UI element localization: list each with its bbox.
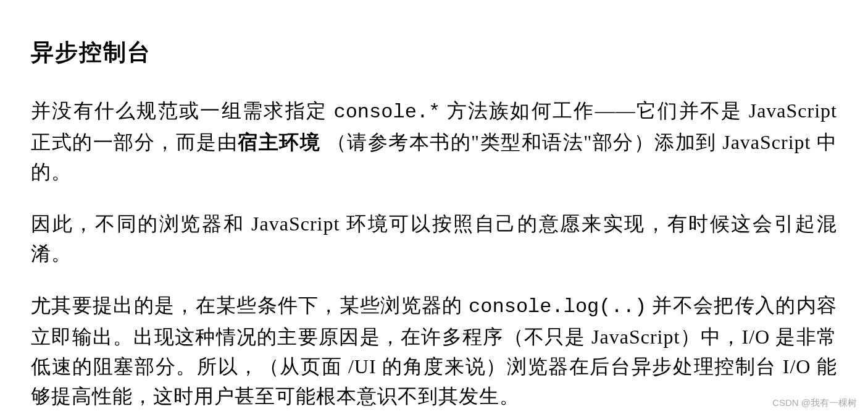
code-inline: console.log(..) [469, 295, 646, 318]
paragraph-3: 尤其要提出的是，在某些条件下，某些浏览器的 console.log(..) 并不… [31, 290, 837, 411]
bold-term: 宿主环境 [238, 131, 320, 153]
section-heading: 异步控制台 [31, 37, 837, 68]
code-inline: console.* [333, 101, 440, 124]
paragraph-2: 因此，不同的浏览器和 JavaScript 环境可以按照自己的意愿来实现，有时候… [31, 209, 837, 268]
paragraph-1: 并没有什么规范或一组需求指定 console.* 方法族如何工作——它们并不是 … [31, 96, 837, 187]
text-segment: 尤其要提出的是，在某些条件下，某些浏览器的 [31, 294, 469, 316]
text-segment: 并没有什么规范或一组需求指定 [31, 99, 333, 122]
watermark: CSDN @我有一棵树 [772, 397, 857, 409]
